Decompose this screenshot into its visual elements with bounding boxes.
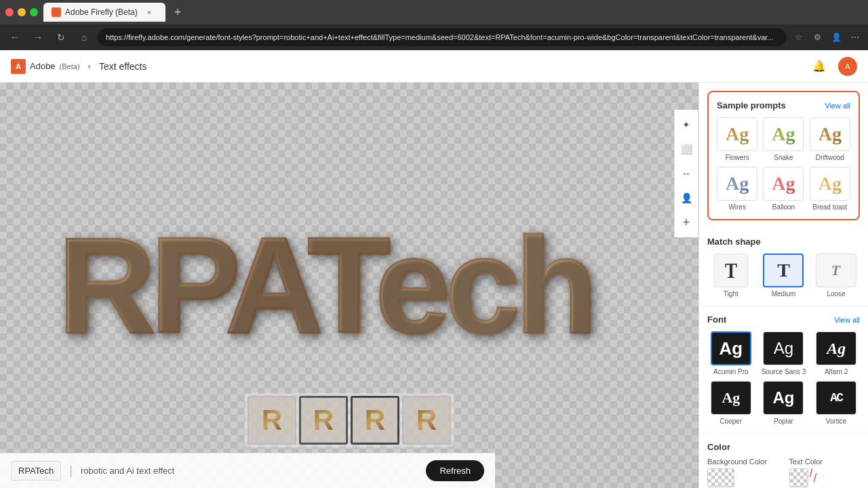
font-alfarn-label: Alfarn 2 [825,368,848,375]
thumbnail-1[interactable]: R [248,396,296,445]
prompt-flowers-thumb: Ag [717,117,757,151]
text-color-group: Text Color / Tolor [789,458,861,488]
generated-text: RPATech [58,207,593,363]
match-tight[interactable]: T Tight [707,253,755,298]
text-effect-container: RPATech [44,170,654,401]
color-title: Color [707,442,730,452]
font-section: Font View all Ag Acumin Pro Ag Source Sa… [699,306,868,434]
active-tab[interactable]: Adobe Firefly (Beta) × [43,3,165,22]
thumb-letter-1: R [262,404,282,436]
notification-btn[interactable]: 🔔 [808,56,830,77]
prompt-wires-thumb: Ag [717,167,757,201]
text-color-label: Text Color [789,458,861,466]
close-window-btn[interactable] [5,8,14,16]
match-medium-preview: T [763,253,804,287]
prompt-flowers[interactable]: Ag Flowers [717,117,757,161]
tab-label: Adobe Firefly (Beta) [65,7,138,17]
browser-window-controls [5,8,38,16]
prompt-driftwood-label: Driftwood [816,154,844,161]
new-tab-button[interactable]: + [168,3,187,22]
page-title: Text effects [99,61,147,72]
nav-back-btn[interactable]: ← [5,28,24,47]
prompt-wires-label: Wires [728,203,746,211]
font-poplar-label: Poplar [774,418,793,425]
sample-prompts-section: Sample prompts View all Ag Flowers Ag Sn… [707,91,860,220]
thumb-letter-3: R [365,404,385,436]
separator: | [69,464,73,478]
refresh-button[interactable]: Refresh [426,460,484,481]
nav-forward-btn[interactable]: → [28,28,47,47]
font-poplar-preview: Ag [763,381,804,415]
bg-color-group: Background Color Tolor [707,458,778,488]
prompt-input[interactable] [81,466,418,476]
minimize-window-btn[interactable] [18,8,26,16]
bg-color-swatch[interactable] [707,468,734,487]
match-medium[interactable]: T Medium [760,253,808,298]
font-source-sans-preview: Ag [763,331,804,365]
app-header: A Adobe (Beta) ‹ Text effects 🔔 A [0,50,868,83]
text-field[interactable]: RPATech [11,461,61,481]
thumbnail-3[interactable]: R [351,396,399,445]
prompt-balloon[interactable]: Ag Balloon [763,167,804,211]
font-alfarn[interactable]: Ag Alfarn 2 [812,331,860,375]
text-color-swatch[interactable] [789,468,808,487]
match-shape-title: Match shape [707,237,761,247]
prompt-bread[interactable]: Ag Bread toast [810,167,850,211]
prompt-snake-label: Snake [774,154,793,161]
font-vortice[interactable]: AC Vortice [812,381,860,425]
font-acumin-label: Acumin Pro [713,368,749,375]
maximize-window-btn[interactable] [30,8,38,16]
extensions-btn[interactable]: ⚙ [810,30,825,45]
font-view-all[interactable]: View all [834,316,860,324]
side-tool-add[interactable]: + [677,213,696,232]
sample-prompts-title: Sample prompts [717,100,786,110]
sample-prompts-view-all[interactable]: View all [825,102,850,110]
beta-tag: (Beta) [60,62,80,70]
back-button[interactable]: ‹ [88,61,91,71]
prompt-driftwood[interactable]: Ag Driftwood [810,117,850,161]
canvas-area: RPATech R R R R RPATech | Refresh [0,83,698,488]
side-tool-frame[interactable]: ⬜ [677,140,696,159]
adobe-label: Adobe [30,61,56,71]
prompt-snake[interactable]: Ag Snake [763,117,804,161]
match-loose[interactable]: T Loose [812,253,860,298]
font-source-sans[interactable]: Ag Source Sans 3 [760,331,808,375]
tab-close-btn[interactable]: × [147,8,151,16]
user-avatar[interactable]: A [838,57,857,76]
side-tool-user[interactable]: 👤 [677,188,696,207]
prompt-flowers-label: Flowers [726,154,749,161]
font-cooper[interactable]: Ag Cooper [707,381,755,425]
slash-icon: / [814,471,817,485]
font-header: Font View all [707,314,860,325]
prompt-wires[interactable]: Ag Wires [717,167,757,211]
font-poplar[interactable]: Ag Poplar [760,381,808,425]
bookmark-btn[interactable]: ☆ [791,30,806,45]
prompt-driftwood-thumb: Ag [810,117,850,151]
bg-color-label: Background Color [707,458,778,466]
font-title: Font [707,314,726,325]
prompt-balloon-label: Balloon [772,203,795,211]
match-shape-header: Match shape [707,237,860,247]
prompt-snake-thumb: Ag [763,117,804,151]
address-bar-row: ← → ↻ ⌂ ☆ ⚙ 👤 ⋯ [0,24,868,50]
nav-refresh-btn[interactable]: ↻ [52,28,71,47]
browser-toolbar-right: ☆ ⚙ 👤 ⋯ [791,30,863,45]
canvas-inner: RPATech [24,143,675,428]
font-cooper-label: Cooper [719,418,742,425]
nav-home-btn[interactable]: ⌂ [75,28,94,47]
color-section: Color Background Color Tolor Text Color … [699,434,868,488]
font-alfarn-preview: Ag [816,331,856,365]
more-btn[interactable]: ⋯ [848,30,863,45]
sample-prompts-grid: Ag Flowers Ag Snake Ag Driftwood Ag Wire… [717,117,850,211]
thumbnail-strip: R R R R [245,393,454,447]
side-tool-sparkle[interactable]: ✦ [677,115,696,134]
thumbnail-2[interactable]: R [299,396,348,445]
profile-btn[interactable]: 👤 [829,30,844,45]
address-bar-input[interactable] [98,28,787,46]
thumbnail-4[interactable]: R [402,396,451,445]
match-shape-section: Match shape T Tight T Medium T Loose [699,228,868,306]
right-panel: Sample prompts View all Ag Flowers Ag Sn… [698,83,868,488]
font-source-sans-label: Source Sans 3 [762,368,806,375]
font-acumin[interactable]: Ag Acumin Pro [707,331,755,375]
side-tool-resize[interactable]: ↔ [677,164,696,183]
